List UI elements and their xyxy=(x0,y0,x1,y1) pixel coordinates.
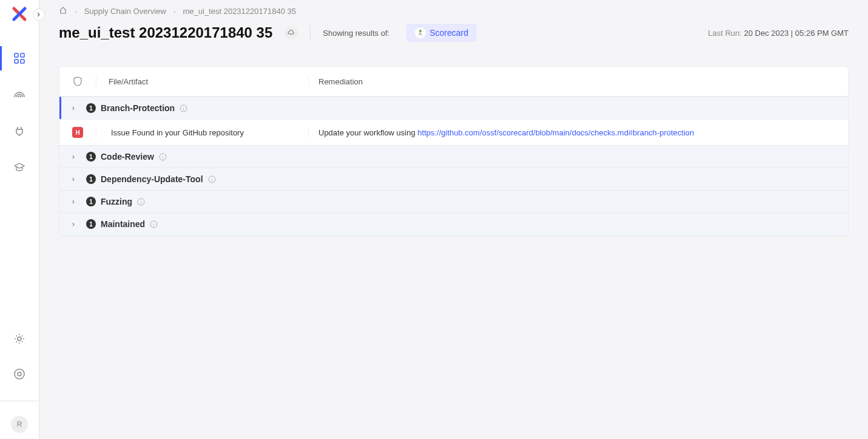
chevron-right-icon: › xyxy=(75,8,77,15)
graduation-cap-icon xyxy=(14,162,25,173)
main-content: › Supply Chain Overview › me_ui_test 202… xyxy=(39,0,868,439)
group-name: Maintained xyxy=(101,219,145,229)
remediation-link[interactable]: https://github.com/ossf/scorecard/blob/m… xyxy=(417,128,694,137)
count-badge: 1 xyxy=(86,152,96,162)
chevron-right-icon: › xyxy=(69,197,78,206)
radar-icon xyxy=(14,89,25,100)
group-name: Branch-Protection xyxy=(101,103,175,113)
svg-point-4 xyxy=(18,337,21,341)
cloud-icon xyxy=(288,29,295,36)
group-name: Code-Review xyxy=(101,152,154,162)
dashboard-icon xyxy=(14,53,25,64)
info-icon[interactable]: i xyxy=(150,220,158,228)
count-badge: 1 xyxy=(86,197,96,206)
detail-remediation: Update your workflow using https://githu… xyxy=(308,128,848,137)
info-icon[interactable]: i xyxy=(180,104,187,112)
group-name: Dependency-Update-Tool xyxy=(101,174,203,184)
nav-radar[interactable] xyxy=(0,83,39,107)
app-logo[interactable] xyxy=(10,5,29,23)
svg-text:i: i xyxy=(211,177,212,182)
user-avatar[interactable]: R xyxy=(11,416,28,433)
svg-text:i: i xyxy=(153,222,155,227)
gear-icon xyxy=(14,333,25,344)
breadcrumb-home[interactable] xyxy=(59,6,67,16)
cloud-badge[interactable] xyxy=(284,26,298,39)
breadcrumb-overview[interactable]: Supply Chain Overview xyxy=(84,7,166,16)
svg-point-5 xyxy=(15,369,24,379)
group-row-fuzzing[interactable]: › 1 Fuzzing i xyxy=(59,190,848,213)
nav-academy[interactable] xyxy=(0,155,39,180)
breadcrumb-current: me_ui_test 20231220171840 35 xyxy=(183,7,296,16)
page-header: me_ui_test 20231220171840 35 Showing res… xyxy=(59,24,849,42)
home-icon xyxy=(59,6,67,15)
count-badge: 1 xyxy=(86,103,96,113)
chevron-right-icon: › xyxy=(69,104,78,112)
svg-rect-0 xyxy=(15,53,18,57)
nav-settings[interactable] xyxy=(0,327,39,351)
info-icon[interactable]: i xyxy=(137,198,145,206)
table-row[interactable]: H Issue Found in your GitHub repository … xyxy=(59,119,848,145)
svg-rect-1 xyxy=(21,53,24,57)
chevron-right-icon: › xyxy=(69,175,78,183)
group-row-maintained[interactable]: › 1 Maintained i xyxy=(59,213,848,235)
svg-point-7 xyxy=(419,30,422,32)
chevron-right-icon: › xyxy=(69,220,78,228)
group-row-branch-protection[interactable]: › 1 Branch-Protection i xyxy=(59,97,848,119)
group-row-code-review[interactable]: › 1 Code-Review i xyxy=(59,145,848,168)
sidebar: R xyxy=(0,0,39,439)
shield-icon xyxy=(73,77,82,86)
page-title: me_ui_test 20231220171840 35 xyxy=(59,24,272,41)
showing-label: Showing results of: xyxy=(323,29,389,38)
svg-point-6 xyxy=(18,372,21,376)
count-badge: 1 xyxy=(86,174,96,184)
nav-plugins[interactable] xyxy=(0,119,39,143)
scorecard-chip[interactable]: Scorecard xyxy=(406,24,477,42)
chip-label: Scorecard xyxy=(429,28,468,38)
last-run: Last Run: 20 Dec 2023 | 05:26 PM GMT xyxy=(708,29,849,38)
nav-dashboard[interactable] xyxy=(0,46,39,70)
svg-text:i: i xyxy=(183,106,184,111)
chevron-right-icon: › xyxy=(173,8,176,15)
col-remediation: Remediation xyxy=(308,77,848,86)
group-row-dependency-update-tool[interactable]: › 1 Dependency-Update-Tool i xyxy=(59,168,848,190)
nav-support[interactable] xyxy=(0,362,39,386)
svg-rect-3 xyxy=(21,60,24,63)
svg-text:i: i xyxy=(141,199,142,205)
info-icon[interactable]: i xyxy=(159,153,167,161)
scorecard-icon xyxy=(415,27,426,38)
plug-icon xyxy=(14,126,25,137)
results-table: File/Artifact Remediation › 1 Branch-Pro… xyxy=(59,66,849,236)
detail-file: Issue Found in your GitHub repository xyxy=(96,128,308,137)
col-file-artifact: File/Artifact xyxy=(96,77,308,86)
lifebuoy-icon xyxy=(14,369,25,379)
severity-high-badge: H xyxy=(72,127,83,138)
svg-text:i: i xyxy=(163,154,164,160)
info-icon[interactable]: i xyxy=(208,175,216,183)
breadcrumb: › Supply Chain Overview › me_ui_test 202… xyxy=(59,6,849,16)
expand-sidebar-button[interactable] xyxy=(33,9,45,21)
group-name: Fuzzing xyxy=(101,197,132,206)
chevron-right-icon: › xyxy=(69,152,78,161)
svg-rect-2 xyxy=(15,60,18,63)
count-badge: 1 xyxy=(86,219,96,229)
table-header: File/Artifact Remediation xyxy=(59,67,848,97)
